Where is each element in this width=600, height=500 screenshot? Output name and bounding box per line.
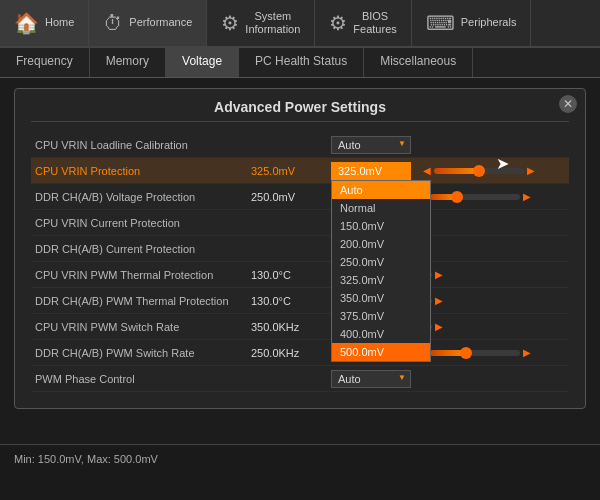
setting-name-highlighted: CPU VRIN Protection [31, 165, 251, 177]
dropdown-button[interactable]: Auto [331, 370, 411, 388]
setting-value: 130.0°C [251, 269, 331, 281]
slider-container: ◀ ▶ [423, 165, 535, 176]
tab-voltage[interactable]: Voltage [166, 48, 239, 77]
dropdown-item-350[interactable]: 350.0mV [332, 289, 430, 307]
slider-track[interactable] [430, 350, 520, 356]
slider-left-arrow[interactable]: ◀ [423, 165, 431, 176]
tab-frequency[interactable]: Frequency [0, 48, 90, 77]
nav-system-info[interactable]: ⚙ SystemInformation [207, 0, 315, 46]
table-row: DDR CH(A/B) Current Protection Auto [31, 236, 569, 262]
bios-icon: ⚙ [329, 11, 347, 35]
status-bar: Min: 150.0mV, Max: 500.0mV [0, 444, 600, 472]
nav-performance-label: Performance [129, 16, 192, 29]
dropdown-list: Auto Normal 150.0mV 200.0mV 250.0mV 325.… [331, 180, 431, 362]
home-icon: 🏠 [14, 11, 39, 35]
setting-control: Auto [331, 370, 569, 388]
setting-name: CPU VRIN PWM Thermal Protection [31, 269, 251, 281]
dropdown-item-200[interactable]: 200.0mV [332, 235, 430, 253]
slider-container: ◀ ▶ [419, 347, 531, 358]
slider-thumb[interactable] [473, 165, 485, 177]
nav-peripherals[interactable]: ⌨ Peripherals [412, 0, 532, 46]
tab-memory[interactable]: Memory [90, 48, 166, 77]
slider-thumb[interactable] [460, 347, 472, 359]
table-row: CPU VRIN Loadline Calibration Auto [31, 132, 569, 158]
tab-pc-health[interactable]: PC Health Status [239, 48, 364, 77]
dialog-close-button[interactable]: ✕ [559, 95, 577, 113]
dropdown-item-250[interactable]: 250.0mV [332, 253, 430, 271]
slider-track[interactable] [430, 194, 520, 200]
setting-name: DDR CH(A/B) PWM Thermal Protection [31, 295, 251, 307]
setting-value: 350.0KHz [251, 321, 331, 333]
setting-value: 250.0KHz [251, 347, 331, 359]
table-row: CPU VRIN PWM Switch Rate 350.0KHz ◀ ▶ [31, 314, 569, 340]
performance-icon: ⏱ [103, 12, 123, 35]
dropdown-open-button[interactable]: 325.0mV [331, 162, 411, 180]
setting-name: CPU VRIN Current Protection [31, 217, 251, 229]
nav-system-info-label: SystemInformation [245, 10, 300, 36]
setting-name: CPU VRIN PWM Switch Rate [31, 321, 251, 333]
nav-bios-label: BIOSFeatures [353, 10, 396, 36]
nav-peripherals-label: Peripherals [461, 16, 517, 29]
main-content: ✕ Advanced Power Settings CPU VRIN Loadl… [0, 78, 600, 472]
setting-name: DDR CH(A/B) Voltage Protection [31, 191, 251, 203]
peripherals-icon: ⌨ [426, 11, 455, 35]
table-row: PWM Phase Control Auto [31, 366, 569, 392]
system-info-icon: ⚙ [221, 11, 239, 35]
dropdown-open-container: 325.0mV Auto Normal 150.0mV 200.0mV 250.… [331, 162, 411, 180]
table-row: DDR CH(A/B) Voltage Protection 250.0mV 2… [31, 184, 569, 210]
dropdown-item-500[interactable]: 500.0mV [332, 343, 430, 361]
slider-right-arrow[interactable]: ▶ [527, 165, 535, 176]
dropdown-item-375[interactable]: 375.0mV [332, 307, 430, 325]
status-text: Min: 150.0mV, Max: 500.0mV [14, 453, 158, 465]
nav-performance[interactable]: ⏱ Performance [89, 0, 207, 46]
table-row: CPU VRIN Current Protection Auto [31, 210, 569, 236]
dropdown-item-400[interactable]: 400.0mV [332, 325, 430, 343]
table-row-highlighted: CPU VRIN Protection 325.0mV 325.0mV Auto… [31, 158, 569, 184]
setting-value: 250.0mV [251, 191, 331, 203]
setting-name: DDR CH(A/B) PWM Switch Rate [31, 347, 251, 359]
nav-home[interactable]: 🏠 Home [0, 0, 89, 46]
slider-right-arrow[interactable]: ▶ [435, 269, 443, 280]
setting-name: CPU VRIN Loadline Calibration [31, 139, 251, 151]
setting-name: PWM Phase Control [31, 373, 251, 385]
dropdown-item-normal[interactable]: Normal [332, 199, 430, 217]
dropdown-container: Auto [331, 370, 411, 388]
table-row: DDR CH(A/B) PWM Thermal Protection 130.0… [31, 288, 569, 314]
top-nav: 🏠 Home ⏱ Performance ⚙ SystemInformation… [0, 0, 600, 48]
setting-value-highlighted: 325.0mV [251, 165, 331, 177]
dropdown-item-auto[interactable]: Auto [332, 181, 430, 199]
slider-right-arrow[interactable]: ▶ [523, 347, 531, 358]
nav-home-label: Home [45, 16, 74, 29]
dropdown-item-150[interactable]: 150.0mV [332, 217, 430, 235]
table-row: CPU VRIN PWM Thermal Protection 130.0°C … [31, 262, 569, 288]
setting-control: Auto [331, 136, 569, 154]
dropdown-button[interactable]: Auto [331, 136, 411, 154]
dropdown-container: Auto [331, 136, 411, 154]
slider-right-arrow[interactable]: ▶ [523, 191, 531, 202]
setting-name: DDR CH(A/B) Current Protection [31, 243, 251, 255]
slider-thumb[interactable] [451, 191, 463, 203]
dialog: ✕ Advanced Power Settings CPU VRIN Loadl… [14, 88, 586, 409]
settings-table: CPU VRIN Loadline Calibration Auto CPU V… [31, 132, 569, 392]
slider-track[interactable] [434, 168, 524, 174]
slider-right-arrow[interactable]: ▶ [435, 321, 443, 332]
nav-bios-features[interactable]: ⚙ BIOSFeatures [315, 0, 411, 46]
slider-container: ◀ ▶ [419, 191, 531, 202]
setting-value: 130.0°C [251, 295, 331, 307]
table-row: DDR CH(A/B) PWM Switch Rate 250.0KHz Aut… [31, 340, 569, 366]
sub-tabs: Frequency Memory Voltage PC Health Statu… [0, 48, 600, 78]
dropdown-item-325[interactable]: 325.0mV [332, 271, 430, 289]
slider-right-arrow[interactable]: ▶ [435, 295, 443, 306]
tab-miscellaneous[interactable]: Miscellaneous [364, 48, 473, 77]
setting-control-highlighted: 325.0mV Auto Normal 150.0mV 200.0mV 250.… [331, 162, 569, 180]
dialog-title: Advanced Power Settings [31, 99, 569, 122]
